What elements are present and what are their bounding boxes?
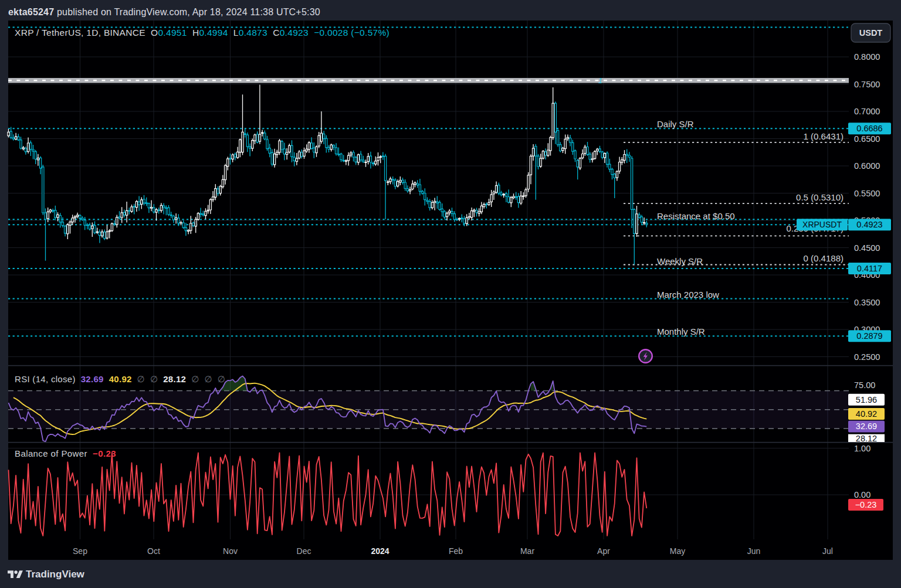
- svg-text:March 2023 low: March 2023 low: [657, 290, 719, 300]
- svg-text:1 (0.6431): 1 (0.6431): [804, 131, 844, 141]
- svg-text:Mar: Mar: [520, 546, 534, 556]
- svg-text:0.4500: 0.4500: [854, 243, 880, 253]
- svg-text:RSI (14, close) 32.69 40.92: RSI (14, close) 32.69 40.92 ∅ ∅ 28.12 ∅ …: [15, 374, 225, 384]
- svg-text:40.92: 40.92: [856, 409, 877, 419]
- svg-text:Feb: Feb: [449, 546, 463, 556]
- svg-text:0.5 (0.5310): 0.5 (0.5310): [796, 192, 844, 202]
- svg-text:XRP / TetherUS, 1D, BINANCE O: XRP / TetherUS, 1D, BINANCE O0.4951 H0.4…: [15, 28, 389, 38]
- svg-text:ekta65247 published on Trading: ekta65247 published on TradingView.com, …: [8, 7, 320, 17]
- svg-text:0.8000: 0.8000: [854, 52, 880, 62]
- svg-text:2024: 2024: [371, 546, 389, 556]
- svg-text:USDT: USDT: [859, 28, 883, 38]
- svg-text:Daily S/R: Daily S/R: [657, 119, 694, 129]
- svg-text:Apr: Apr: [597, 546, 610, 556]
- svg-text:0.6686: 0.6686: [856, 124, 882, 133]
- svg-text:0.00: 0.00: [854, 490, 870, 499]
- svg-text:0.6000: 0.6000: [854, 161, 880, 171]
- svg-text:Resistance at $0.50: Resistance at $0.50: [657, 211, 735, 221]
- svg-text:Weekly S/R: Weekly S/R: [657, 256, 703, 266]
- svg-text:May: May: [670, 546, 685, 556]
- svg-text:1.00: 1.00: [854, 444, 870, 453]
- svg-text:−0.23: −0.23: [855, 500, 877, 509]
- svg-text:Nov: Nov: [223, 546, 238, 556]
- svg-text:51.96: 51.96: [856, 395, 877, 405]
- svg-text:0.4923: 0.4923: [856, 220, 882, 229]
- svg-text:0.7500: 0.7500: [854, 80, 880, 89]
- svg-text:XRPUSDT: XRPUSDT: [802, 220, 842, 229]
- svg-text:0.3500: 0.3500: [854, 298, 880, 307]
- svg-text:0.6500: 0.6500: [854, 134, 880, 144]
- svg-text:Dec: Dec: [297, 546, 311, 556]
- svg-text:0 (0.4188): 0 (0.4188): [804, 253, 844, 263]
- svg-text:28.12: 28.12: [856, 434, 877, 443]
- svg-text:Sep: Sep: [73, 546, 87, 556]
- svg-text:0.4117: 0.4117: [857, 264, 882, 273]
- svg-text:Oct: Oct: [147, 546, 160, 556]
- svg-text:32.69: 32.69: [856, 422, 877, 431]
- svg-text:0.2500: 0.2500: [854, 352, 880, 362]
- svg-text:75.00: 75.00: [854, 380, 875, 390]
- svg-text:TradingView: TradingView: [26, 569, 85, 580]
- svg-text:1: 1: [598, 77, 602, 85]
- svg-text:Jun: Jun: [747, 546, 761, 556]
- svg-text:0.2879: 0.2879: [856, 331, 882, 341]
- svg-text:Jul: Jul: [822, 546, 833, 556]
- svg-text:Balance of Power −0.23: Balance of Power −0.23: [15, 448, 116, 458]
- svg-text:0.7000: 0.7000: [854, 107, 880, 116]
- svg-text:Monthly S/R: Monthly S/R: [657, 327, 705, 337]
- svg-text:0.5500: 0.5500: [854, 189, 880, 198]
